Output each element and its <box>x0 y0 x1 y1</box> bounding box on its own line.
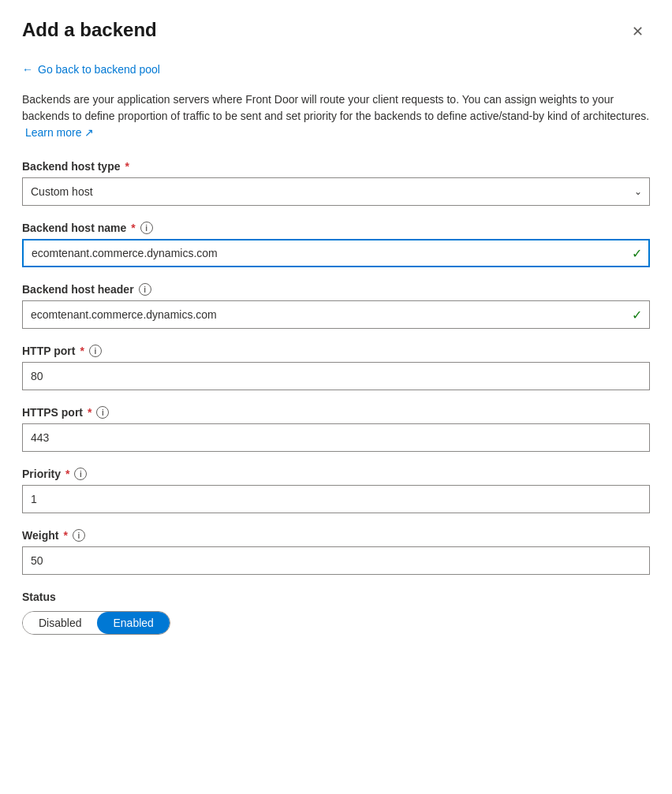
http-port-input[interactable] <box>22 362 650 390</box>
required-star-2: * <box>131 222 135 234</box>
description-text: Backends are your application servers wh… <box>22 91 650 141</box>
required-star-6: * <box>63 529 67 542</box>
panel-header: Add a backend ✕ <box>22 19 650 44</box>
backend-host-name-label: Backend host name * i <box>22 222 650 234</box>
check-icon-header: ✓ <box>632 308 642 322</box>
backend-host-type-select-wrapper: Custom host App service Cloud service St… <box>22 177 650 206</box>
backend-host-name-info-icon[interactable]: i <box>140 222 153 234</box>
https-port-label: HTTPS port * i <box>22 406 650 419</box>
learn-more-link[interactable]: Learn more ↗ <box>25 126 94 139</box>
backend-host-type-field: Backend host type * Custom host App serv… <box>22 160 650 206</box>
weight-field: Weight * i <box>22 529 650 575</box>
weight-info-icon[interactable]: i <box>73 529 85 542</box>
http-port-info-icon[interactable]: i <box>89 345 102 357</box>
required-star-3: * <box>80 345 84 357</box>
backend-host-name-input-wrapper: ✓ <box>22 239 650 267</box>
required-star: * <box>125 160 129 173</box>
backend-host-header-input-wrapper: ✓ <box>22 300 650 329</box>
external-link-icon: ↗ <box>84 126 94 139</box>
http-port-field: HTTP port * i <box>22 345 650 390</box>
https-port-input[interactable] <box>22 423 650 452</box>
close-button[interactable]: ✕ <box>625 19 650 44</box>
backend-host-header-info-icon[interactable]: i <box>139 283 151 296</box>
http-port-label: HTTP port * i <box>22 345 650 357</box>
status-enabled-option[interactable]: Enabled <box>97 612 169 634</box>
required-star-4: * <box>88 406 91 419</box>
backend-host-name-field: Backend host name * i ✓ <box>22 222 650 267</box>
back-link[interactable]: ← Go back to backend pool <box>22 63 160 76</box>
status-label: Status <box>22 591 650 603</box>
required-star-5: * <box>65 468 69 480</box>
add-backend-panel: Add a backend ✕ ← Go back to backend poo… <box>0 0 672 794</box>
weight-input[interactable] <box>22 546 650 575</box>
backend-host-type-label: Backend host type * <box>22 160 650 173</box>
https-port-info-icon[interactable]: i <box>96 406 109 419</box>
backend-host-header-label: Backend host header i <box>22 283 650 296</box>
priority-info-icon[interactable]: i <box>74 468 87 480</box>
weight-label: Weight * i <box>22 529 650 542</box>
backend-host-header-input[interactable] <box>22 300 650 329</box>
close-icon: ✕ <box>632 24 644 39</box>
check-icon-hostname: ✓ <box>632 246 642 261</box>
status-field: Status Disabled Enabled <box>22 591 650 635</box>
status-disabled-option[interactable]: Disabled <box>23 612 97 634</box>
priority-input[interactable] <box>22 485 650 513</box>
page-title: Add a backend <box>22 19 157 42</box>
back-link-text: Go back to backend pool <box>38 63 160 76</box>
backend-host-header-field: Backend host header i ✓ <box>22 283 650 329</box>
priority-field: Priority * i <box>22 468 650 513</box>
status-toggle-group: Disabled Enabled <box>22 611 170 635</box>
backend-host-name-input[interactable] <box>22 239 650 267</box>
back-arrow-icon: ← <box>22 63 33 76</box>
backend-host-type-select[interactable]: Custom host App service Cloud service St… <box>22 177 650 206</box>
priority-label: Priority * i <box>22 468 650 480</box>
https-port-field: HTTPS port * i <box>22 406 650 452</box>
